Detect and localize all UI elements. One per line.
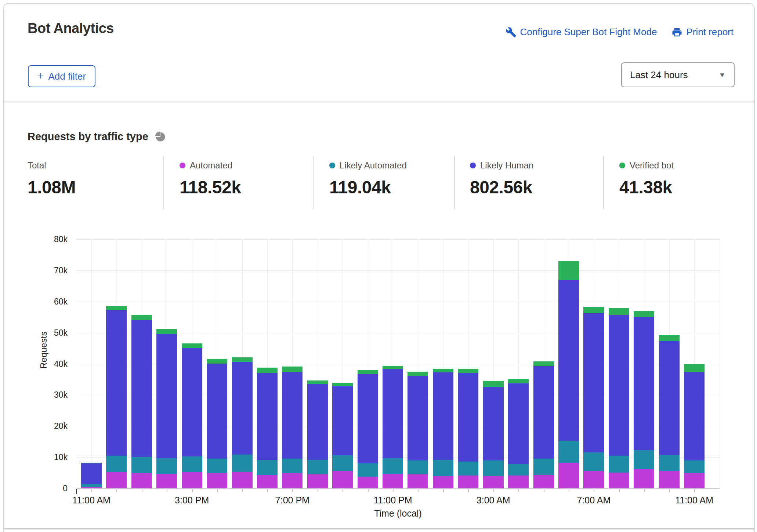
- bar-segment-verified-bot[interactable]: [609, 308, 629, 315]
- bar-segment-automated[interactable]: [533, 475, 554, 488]
- bar-segment-likely-human[interactable]: [207, 364, 227, 459]
- bar-segment-likely-automated[interactable]: [433, 460, 453, 476]
- bar-segment-verified-bot[interactable]: [408, 372, 428, 376]
- bar-segment-automated[interactable]: [257, 475, 278, 488]
- bar-segment-verified-bot[interactable]: [634, 311, 654, 317]
- bar-segment-verified-bot[interactable]: [558, 261, 579, 280]
- add-filter-button[interactable]: + Add filter: [28, 65, 95, 87]
- bar-segment-verified-bot[interactable]: [358, 370, 378, 374]
- bar-segment-likely-human[interactable]: [609, 315, 629, 456]
- bar-segment-likely-human[interactable]: [358, 374, 378, 463]
- bar-segment-likely-human[interactable]: [182, 348, 202, 456]
- bar-segment-automated[interactable]: [106, 472, 127, 488]
- bar-segment-likely-human[interactable]: [332, 386, 353, 455]
- bar-segment-likely-human[interactable]: [282, 372, 303, 459]
- bar-segment-automated[interactable]: [634, 469, 654, 488]
- bar-segment-likely-automated[interactable]: [156, 458, 177, 474]
- bar-segment-verified-bot[interactable]: [207, 359, 227, 364]
- stacked-bar[interactable]: [156, 239, 177, 488]
- bar-segment-verified-bot[interactable]: [684, 364, 705, 372]
- bar-segment-likely-human[interactable]: [257, 373, 278, 460]
- bar-segment-automated[interactable]: [583, 471, 604, 488]
- bar-segment-automated[interactable]: [408, 474, 428, 488]
- configure-super-bot-fight-mode-link[interactable]: Configure Super Bot Fight Mode: [506, 26, 657, 38]
- bar-segment-automated[interactable]: [383, 474, 403, 488]
- bar-segment-likely-automated[interactable]: [257, 460, 278, 475]
- bar-segment-likely-automated[interactable]: [408, 460, 428, 474]
- bar-segment-likely-automated[interactable]: [307, 460, 328, 474]
- stacked-bar[interactable]: [182, 239, 202, 488]
- bar-segment-likely-automated[interactable]: [558, 441, 579, 462]
- bar-segment-likely-human[interactable]: [533, 366, 554, 459]
- bar-segment-likely-human[interactable]: [307, 384, 328, 460]
- bar-segment-verified-bot[interactable]: [81, 463, 102, 464]
- bar-segment-automated[interactable]: [81, 487, 102, 488]
- bar-segment-verified-bot[interactable]: [257, 368, 278, 373]
- stacked-bar[interactable]: [558, 239, 579, 488]
- bar-segment-automated[interactable]: [659, 471, 680, 488]
- bar-segment-likely-human[interactable]: [131, 320, 152, 457]
- bar-segment-likely-human[interactable]: [106, 310, 127, 456]
- bar-segment-automated[interactable]: [609, 473, 629, 488]
- stacked-bar[interactable]: [408, 239, 428, 488]
- bar-segment-likely-automated[interactable]: [383, 458, 403, 474]
- stacked-bar[interactable]: [131, 239, 152, 488]
- print-report-link[interactable]: Print report: [671, 26, 734, 38]
- bar-segment-verified-bot[interactable]: [332, 383, 353, 386]
- time-range-dropdown[interactable]: Last 24 hours ▼: [621, 62, 735, 87]
- bar-segment-likely-automated[interactable]: [533, 459, 554, 475]
- stacked-bar[interactable]: [307, 239, 328, 488]
- bar-segment-automated[interactable]: [156, 474, 177, 488]
- bar-segment-automated[interactable]: [332, 471, 353, 488]
- bar-segment-likely-automated[interactable]: [282, 459, 303, 473]
- bar-segment-likely-human[interactable]: [156, 334, 177, 458]
- bar-segment-verified-bot[interactable]: [458, 369, 478, 373]
- bar-segment-verified-bot[interactable]: [433, 369, 453, 372]
- stacked-bar[interactable]: [508, 239, 529, 488]
- stacked-bar[interactable]: [81, 239, 102, 488]
- bar-segment-likely-human[interactable]: [558, 280, 579, 441]
- bar-segment-likely-human[interactable]: [81, 463, 102, 484]
- bar-segment-automated[interactable]: [684, 473, 705, 488]
- bar-segment-likely-human[interactable]: [232, 362, 253, 454]
- bar-segment-likely-human[interactable]: [684, 372, 705, 460]
- bar-segment-automated[interactable]: [508, 475, 529, 488]
- bar-segment-verified-bot[interactable]: [106, 306, 127, 310]
- bar-segment-verified-bot[interactable]: [156, 329, 177, 334]
- stacked-bar[interactable]: [684, 239, 705, 488]
- bar-segment-likely-automated[interactable]: [483, 460, 504, 476]
- bar-segment-likely-automated[interactable]: [332, 455, 353, 471]
- bar-segment-automated[interactable]: [558, 463, 579, 488]
- bar-segment-likely-human[interactable]: [383, 369, 403, 458]
- bar-segment-verified-bot[interactable]: [232, 357, 253, 362]
- stacked-bar[interactable]: [458, 239, 478, 488]
- bar-segment-likely-automated[interactable]: [131, 457, 152, 473]
- bar-segment-verified-bot[interactable]: [483, 381, 504, 387]
- bar-segment-automated[interactable]: [307, 474, 328, 488]
- stacked-bar[interactable]: [433, 239, 453, 488]
- bar-segment-automated[interactable]: [358, 477, 378, 488]
- bar-segment-likely-automated[interactable]: [508, 464, 529, 475]
- bar-segment-likely-human[interactable]: [634, 317, 654, 450]
- bar-segment-verified-bot[interactable]: [533, 361, 554, 366]
- stacked-bar[interactable]: [232, 239, 253, 488]
- bar-segment-automated[interactable]: [207, 473, 227, 488]
- bar-segment-likely-automated[interactable]: [81, 484, 102, 487]
- bar-segment-automated[interactable]: [483, 476, 504, 488]
- stacked-bar[interactable]: [533, 239, 554, 488]
- bar-segment-likely-automated[interactable]: [232, 455, 253, 472]
- bar-segment-likely-automated[interactable]: [207, 459, 227, 473]
- bar-segment-likely-human[interactable]: [483, 387, 504, 460]
- bar-segment-likely-automated[interactable]: [182, 456, 202, 472]
- bar-segment-verified-bot[interactable]: [182, 343, 202, 348]
- bar-segment-likely-automated[interactable]: [458, 462, 478, 475]
- bar-segment-likely-automated[interactable]: [684, 460, 705, 473]
- bar-segment-likely-automated[interactable]: [583, 452, 604, 471]
- bar-segment-likely-human[interactable]: [433, 372, 453, 460]
- stacked-bar[interactable]: [583, 239, 604, 488]
- bar-segment-automated[interactable]: [232, 472, 253, 488]
- bar-segment-verified-bot[interactable]: [282, 367, 303, 372]
- stacked-bar[interactable]: [257, 239, 278, 488]
- stacked-bar[interactable]: [332, 239, 353, 488]
- bar-segment-automated[interactable]: [458, 475, 478, 488]
